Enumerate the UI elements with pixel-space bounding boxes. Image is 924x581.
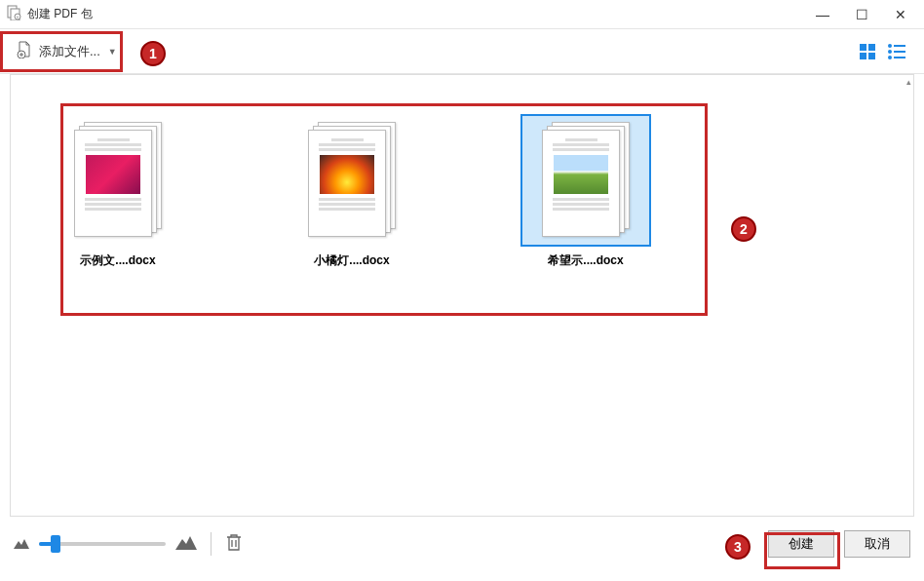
file-label: 希望示....docx — [548, 252, 623, 269]
file-label: 示例文....docx — [80, 252, 155, 269]
scroll-up-icon[interactable]: ▴ — [906, 77, 911, 87]
grid-view-button[interactable] — [858, 42, 877, 61]
file-item[interactable]: 示例文....docx — [40, 114, 196, 269]
svg-rect-6 — [868, 44, 875, 51]
file-item[interactable]: 小橘灯....docx — [274, 114, 430, 269]
content-area: ▴ 示例文....docx — [10, 74, 914, 517]
file-thumbnail — [287, 114, 417, 247]
toolbar: 添加文件... ▼ — [0, 29, 924, 74]
svg-text:+: + — [17, 14, 19, 19]
add-files-label: 添加文件... — [39, 43, 100, 60]
add-file-icon — [16, 41, 33, 61]
create-button-label: 创建 — [789, 535, 814, 553]
file-grid: 示例文....docx 小橘灯....docx — [11, 75, 913, 516]
svg-point-11 — [888, 50, 892, 54]
divider — [211, 532, 212, 556]
minimize-button[interactable]: ― — [813, 7, 832, 22]
svg-rect-8 — [868, 53, 875, 59]
close-button[interactable]: ✕ — [891, 7, 910, 22]
svg-rect-14 — [894, 57, 905, 58]
maximize-button[interactable]: ☐ — [852, 7, 871, 22]
add-files-button[interactable]: 添加文件... ▼ — [8, 37, 125, 65]
zoom-slider[interactable] — [39, 542, 166, 546]
footer: 创建 取消 — [0, 517, 924, 571]
zoom-in-icon[interactable] — [175, 534, 197, 554]
svg-rect-12 — [894, 51, 905, 53]
file-thumbnail — [520, 114, 651, 247]
title-bar: + 创建 PDF 包 ― ☐ ✕ — [0, 0, 924, 29]
file-item[interactable]: 希望示....docx — [508, 114, 664, 269]
file-thumbnail — [53, 114, 183, 247]
svg-point-9 — [888, 44, 892, 48]
window-title: 创建 PDF 包 — [27, 6, 813, 22]
app-icon: + — [6, 5, 21, 24]
svg-rect-5 — [860, 44, 866, 51]
file-label: 小橘灯....docx — [314, 252, 389, 269]
list-view-button[interactable] — [887, 42, 906, 61]
dropdown-caret-icon: ▼ — [108, 47, 117, 57]
svg-rect-10 — [894, 45, 905, 47]
cancel-button-label: 取消 — [865, 535, 890, 553]
svg-rect-7 — [860, 53, 866, 59]
cancel-button[interactable]: 取消 — [844, 530, 910, 558]
create-button[interactable]: 创建 — [768, 530, 834, 558]
window-controls: ― ☐ ✕ — [813, 7, 918, 22]
slider-thumb[interactable] — [51, 535, 60, 553]
delete-button[interactable] — [225, 532, 243, 556]
zoom-out-icon[interactable] — [14, 535, 29, 553]
svg-point-13 — [888, 56, 892, 59]
